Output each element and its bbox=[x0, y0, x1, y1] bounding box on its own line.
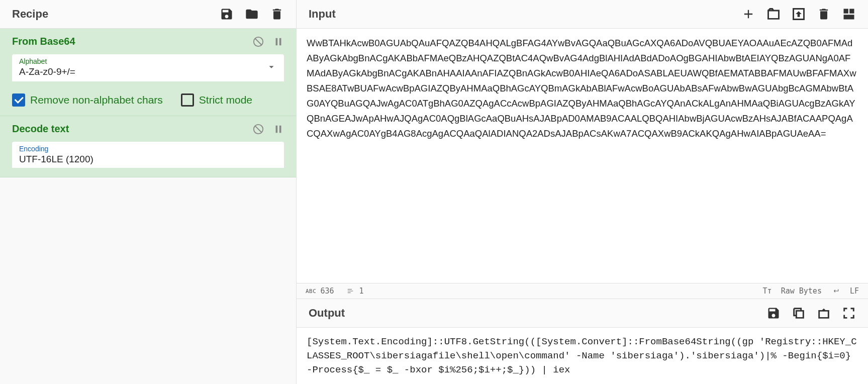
input-textarea[interactable]: WwBTAHkAcwB0AGUAbQAuAFQAZQB4AHQALgBFAG4A… bbox=[297, 29, 868, 283]
alphabet-value: A-Za-z0-9+/= bbox=[19, 66, 277, 77]
remove-nonalpha-label: Remove non-alphabet chars bbox=[30, 94, 163, 106]
delete-icon[interactable] bbox=[270, 7, 284, 21]
input-header-icons bbox=[741, 7, 856, 21]
layout-icon[interactable] bbox=[842, 7, 856, 21]
add-icon[interactable] bbox=[741, 7, 755, 21]
output-header-icons bbox=[766, 306, 856, 320]
strict-mode-checkbox[interactable]: Strict mode bbox=[181, 93, 252, 107]
recipe-header: Recipe bbox=[0, 0, 296, 29]
op-title-decode-text: Decode text bbox=[12, 123, 69, 135]
output-title: Output bbox=[309, 307, 345, 320]
encoding-label: Encoding bbox=[19, 145, 277, 153]
char-count-label: abc bbox=[306, 288, 316, 295]
replace-input-icon[interactable] bbox=[817, 306, 831, 320]
raw-bytes-label[interactable]: Raw Bytes bbox=[781, 286, 822, 296]
font-size-icon[interactable]: Tт bbox=[763, 286, 772, 296]
io-panel: Input WwBTAHkAcwB0AGUAbQAuAFQAZQB4AHQALg… bbox=[297, 0, 868, 384]
eol-label[interactable]: LF bbox=[850, 286, 859, 296]
recipe-panel: Recipe From Base64 Alphabet A-Za-z0-9+/= bbox=[0, 0, 297, 384]
save-icon[interactable] bbox=[220, 7, 234, 21]
encoding-value: UTF-16LE (1200) bbox=[19, 154, 277, 165]
disable-icon[interactable] bbox=[253, 124, 264, 135]
input-title: Input bbox=[309, 8, 336, 21]
char-count: abc 636 bbox=[306, 286, 334, 296]
return-icon bbox=[831, 287, 841, 295]
output-textarea[interactable]: [System.Text.Encoding]::UTF8.GetString((… bbox=[297, 328, 868, 384]
alphabet-select[interactable]: Alphabet A-Za-z0-9+/= bbox=[12, 54, 284, 81]
open-folder-icon[interactable] bbox=[766, 7, 781, 21]
line-count-value: 1 bbox=[359, 286, 363, 296]
encoding-select[interactable]: Encoding UTF-16LE (1200) bbox=[12, 142, 284, 168]
save-output-icon[interactable] bbox=[766, 306, 781, 320]
checkbox-checked-icon bbox=[12, 93, 25, 107]
copy-icon[interactable] bbox=[792, 306, 806, 320]
op-title-from-base64: From Base64 bbox=[12, 36, 75, 47]
disable-icon[interactable] bbox=[253, 36, 264, 47]
checkbox-unchecked-icon bbox=[181, 93, 194, 107]
folder-icon[interactable] bbox=[245, 7, 259, 21]
input-status-bar: abc 636 1 Tт Raw Bytes LF bbox=[297, 283, 868, 299]
char-count-value: 636 bbox=[320, 286, 334, 296]
operation-from-base64: From Base64 Alphabet A-Za-z0-9+/= Remove… bbox=[0, 29, 296, 116]
fullscreen-icon[interactable] bbox=[842, 306, 856, 320]
remove-nonalpha-checkbox[interactable]: Remove non-alphabet chars bbox=[12, 93, 163, 107]
recipe-title: Recipe bbox=[12, 8, 48, 21]
chevron-down-icon bbox=[266, 61, 277, 72]
operation-decode-text: Decode text Encoding UTF-16LE (1200) bbox=[0, 116, 296, 177]
recipe-header-icons bbox=[220, 7, 284, 21]
alphabet-label: Alphabet bbox=[19, 57, 277, 65]
import-icon[interactable] bbox=[792, 7, 806, 21]
lines-icon bbox=[346, 287, 355, 295]
line-count: 1 bbox=[346, 286, 363, 296]
pause-icon[interactable] bbox=[273, 36, 284, 47]
output-header: Output bbox=[297, 299, 868, 328]
delete-input-icon[interactable] bbox=[817, 7, 831, 21]
strict-mode-label: Strict mode bbox=[199, 94, 252, 106]
input-header: Input bbox=[297, 0, 868, 29]
pause-icon[interactable] bbox=[273, 124, 284, 135]
